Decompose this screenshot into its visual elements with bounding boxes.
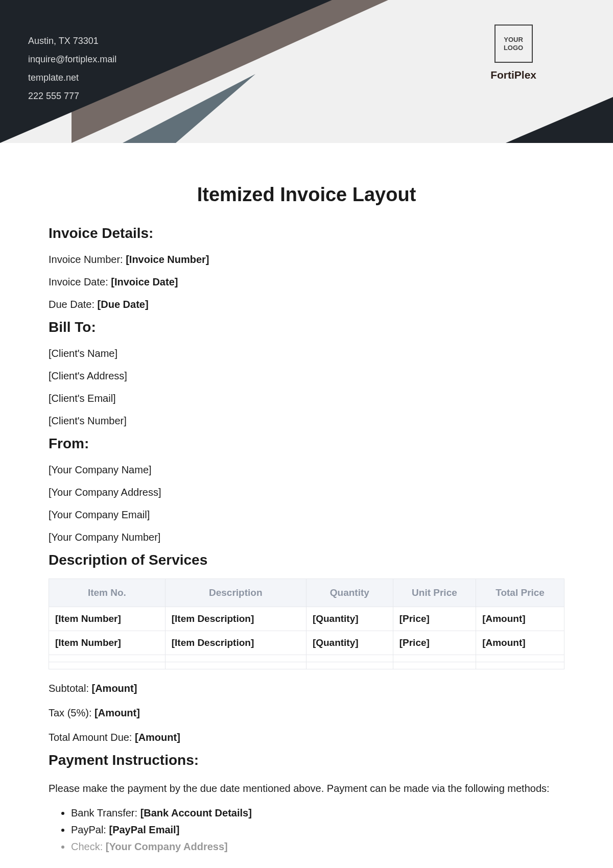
table-header-row: Item No. Description Quantity Unit Price… <box>49 579 564 607</box>
subtotal-value: [Amount] <box>92 683 137 694</box>
company-number-field: [Your Company Number] <box>49 529 564 545</box>
company-name: FortiPlex <box>490 69 536 81</box>
invoice-date-value: [Invoice Date] <box>111 276 178 287</box>
subtotal-row: Subtotal: [Amount] <box>49 681 564 696</box>
col-total-price: Total Price <box>476 579 564 607</box>
payment-check-value: [Your Company Address] <box>106 841 228 852</box>
header-phone: 222 555 777 <box>28 87 116 105</box>
client-email: [Client's Email] <box>49 391 564 406</box>
cell-description: [Item Description] <box>165 631 306 655</box>
due-date-row: Due Date: [Due Date] <box>49 297 564 312</box>
payment-intro-text: Please make the payment by the due date … <box>49 779 564 798</box>
cell-quantity: [Quantity] <box>306 607 393 631</box>
document-body: Itemized Invoice Layout Invoice Details:… <box>0 143 613 868</box>
payment-bank: Bank Transfer: [Bank Account Details] <box>71 807 564 819</box>
cell-quantity: [Quantity] <box>306 631 393 655</box>
total-label: Total Amount Due: <box>49 732 135 743</box>
tax-row: Tax (5%): [Amount] <box>49 705 564 720</box>
services-table: Item No. Description Quantity Unit Price… <box>49 578 564 669</box>
cell-item-no: [Item Number] <box>49 607 166 631</box>
tax-label: Tax (5%): <box>49 707 95 718</box>
due-date-value: [Due Date] <box>98 299 149 310</box>
total-row: Total Amount Due: [Amount] <box>49 730 564 745</box>
col-unit-price: Unit Price <box>393 579 476 607</box>
payment-paypal-value: [PayPal Email] <box>109 824 179 835</box>
decorative-shape <box>506 97 613 143</box>
section-from: From: <box>49 436 564 452</box>
company-email-field: [Your Company Email] <box>49 507 564 522</box>
company-name-field: [Your Company Name] <box>49 462 564 477</box>
tax-value: [Amount] <box>95 707 140 718</box>
payment-check: Check: [Your Company Address] <box>71 841 564 853</box>
header-website: template.net <box>28 68 116 87</box>
cell-unit-price: [Price] <box>393 631 476 655</box>
col-quantity: Quantity <box>306 579 393 607</box>
table-row: [Item Number] [Item Description] [Quanti… <box>49 607 564 631</box>
logo-block: YOUR LOGO FortiPlex <box>490 25 536 81</box>
logo-placeholder: YOUR LOGO <box>494 25 533 63</box>
section-payment: Payment Instructions: <box>49 752 564 768</box>
client-number: [Client's Number] <box>49 413 564 428</box>
subtotal-label: Subtotal: <box>49 683 92 694</box>
payment-check-label: Check: <box>71 841 106 852</box>
invoice-number-label: Invoice Number: <box>49 254 126 265</box>
section-description: Description of Services <box>49 552 564 568</box>
page-title: Itemized Invoice Layout <box>49 184 564 206</box>
document-header: Austin, TX 73301 inquire@fortiplex.mail … <box>0 0 613 143</box>
cell-item-no: [Item Number] <box>49 631 166 655</box>
company-address-field: [Your Company Address] <box>49 485 564 500</box>
total-value: [Amount] <box>135 732 180 743</box>
invoice-number-value: [Invoice Number] <box>126 254 209 265</box>
client-address: [Client's Address] <box>49 368 564 383</box>
payment-paypal: PayPal: [PayPal Email] <box>71 824 564 836</box>
cell-unit-price: [Price] <box>393 607 476 631</box>
cell-total-price: [Amount] <box>476 607 564 631</box>
cell-total-price: [Amount] <box>476 631 564 655</box>
payment-methods-list: Bank Transfer: [Bank Account Details] Pa… <box>49 807 564 853</box>
invoice-date-label: Invoice Date: <box>49 276 111 287</box>
payment-bank-value: [Bank Account Details] <box>140 807 252 818</box>
section-bill-to: Bill To: <box>49 319 564 335</box>
invoice-date-row: Invoice Date: [Invoice Date] <box>49 274 564 290</box>
col-description: Description <box>165 579 306 607</box>
payment-bank-label: Bank Transfer: <box>71 807 140 818</box>
col-item-no: Item No. <box>49 579 166 607</box>
payment-paypal-label: PayPal: <box>71 824 109 835</box>
invoice-number-row: Invoice Number: [Invoice Number] <box>49 252 564 267</box>
table-row-empty <box>49 662 564 669</box>
header-address: Austin, TX 73301 <box>28 32 116 50</box>
header-email: inquire@fortiplex.mail <box>28 50 116 68</box>
cell-description: [Item Description] <box>165 607 306 631</box>
client-name: [Client's Name] <box>49 346 564 361</box>
table-row-empty <box>49 655 564 662</box>
due-date-label: Due Date: <box>49 299 98 310</box>
header-contact-info: Austin, TX 73301 inquire@fortiplex.mail … <box>28 32 116 105</box>
section-invoice-details: Invoice Details: <box>49 225 564 242</box>
table-row: [Item Number] [Item Description] [Quanti… <box>49 631 564 655</box>
